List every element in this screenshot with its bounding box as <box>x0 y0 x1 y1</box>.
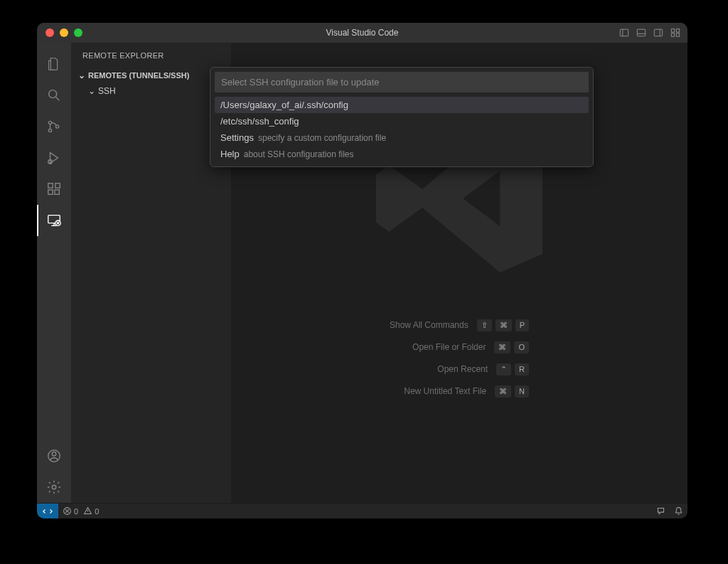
activity-bar <box>37 43 71 503</box>
svg-rect-9 <box>676 33 679 36</box>
tree-item-ssh[interactable]: ⌄ SSH <box>77 83 225 99</box>
window-title: Visual Studio Code <box>37 28 687 38</box>
svg-line-11 <box>56 97 60 101</box>
problems-status[interactable]: 0 0 <box>58 506 103 516</box>
close-window-button[interactable] <box>46 28 54 37</box>
quickpick-item-label: /etc/ssh/ssh_config <box>220 116 299 127</box>
layout-controls <box>619 28 680 38</box>
quickpick-item-label: Help <box>220 149 240 159</box>
feedback-icon <box>656 506 665 516</box>
svg-rect-18 <box>55 190 59 194</box>
warnings-count: 0 <box>95 507 99 516</box>
hint-row: Show All Commands ⇧ ⌘ P <box>390 319 529 331</box>
remote-explorer-activity[interactable] <box>37 205 71 236</box>
quickpick-list: /Users/galaxy_of_ai/.ssh/config /etc/ssh… <box>215 97 589 162</box>
settings-activity[interactable] <box>37 472 71 503</box>
explorer-activity[interactable] <box>37 48 71 80</box>
traffic-lights <box>37 28 82 37</box>
search-activity[interactable] <box>37 80 71 111</box>
app-body: REMOTE EXPLORER ⌄ REMOTES (TUNNELS/SSH) … <box>37 43 687 503</box>
quickpick-item[interactable]: /Users/galaxy_of_ai/.ssh/config <box>215 97 589 113</box>
hint-keys: ⌃ R <box>496 363 529 376</box>
quickpick-item-label: /Users/galaxy_of_ai/.ssh/config <box>220 100 348 110</box>
toggle-primary-sidebar-icon[interactable] <box>619 28 629 38</box>
toggle-panel-icon[interactable] <box>636 28 646 38</box>
svg-rect-17 <box>48 190 53 194</box>
minimize-window-button[interactable] <box>60 28 68 37</box>
bell-icon <box>674 506 683 516</box>
svg-point-28 <box>52 485 56 489</box>
chevron-down-icon: ⌄ <box>87 86 97 96</box>
hint-label: Open Recent <box>437 364 488 374</box>
remote-indicator[interactable] <box>37 504 58 518</box>
quickpick-item-label: Settings <box>220 132 254 143</box>
extensions-activity[interactable] <box>37 174 71 205</box>
hint-row: Open Recent ⌃ R <box>390 363 529 376</box>
remote-tree: ⌄ REMOTES (TUNNELS/SSH) ⌄ SSH <box>71 68 231 99</box>
hint-keys: ⌘ O <box>494 341 529 353</box>
toggle-secondary-sidebar-icon[interactable] <box>653 28 663 38</box>
svg-rect-8 <box>671 33 674 36</box>
sidebar: REMOTE EXPLORER ⌄ REMOTES (TUNNELS/SSH) … <box>71 43 231 503</box>
hint-row: Open File or Folder ⌘ O <box>390 341 529 353</box>
hint-label: New Untitled Text File <box>404 386 486 396</box>
hint-keys: ⌘ N <box>495 385 529 398</box>
hint-row: New Untitled Text File ⌘ N <box>390 385 529 398</box>
svg-point-10 <box>49 90 57 98</box>
svg-rect-4 <box>654 29 662 36</box>
app-window: Visual Studio Code <box>37 23 687 518</box>
svg-rect-6 <box>671 29 674 32</box>
source-control-activity[interactable] <box>37 111 71 142</box>
svg-point-14 <box>55 125 58 128</box>
feedback-status[interactable] <box>652 506 670 516</box>
remote-icon <box>43 506 53 516</box>
notifications-status[interactable] <box>670 506 687 516</box>
watermark-hints: Show All Commands ⇧ ⌘ P Open File or Fol… <box>390 319 529 398</box>
errors-count: 0 <box>74 507 78 516</box>
warning-icon <box>83 506 92 516</box>
svg-rect-7 <box>676 29 679 32</box>
run-debug-activity[interactable] <box>37 142 71 174</box>
quickpick-item-desc: about SSH configuration files <box>244 149 354 159</box>
quickpick-input[interactable] <box>215 72 589 92</box>
tree-section-remotes[interactable]: ⌄ REMOTES (TUNNELS/SSH) <box>77 68 225 83</box>
quickpick-item[interactable]: /etc/ssh/ssh_config <box>215 113 589 129</box>
titlebar: Visual Studio Code <box>37 23 687 43</box>
accounts-activity[interactable] <box>37 440 71 472</box>
svg-rect-0 <box>620 29 628 36</box>
fullscreen-window-button[interactable] <box>74 28 82 37</box>
quickpick-item-desc: specify a custom configuration file <box>258 133 386 143</box>
svg-point-27 <box>52 452 56 457</box>
quickpick-panel: /Users/galaxy_of_ai/.ssh/config /etc/ssh… <box>210 67 594 167</box>
hint-keys: ⇧ ⌘ P <box>477 319 529 331</box>
status-bar: 0 0 <box>37 503 687 518</box>
hint-label: Open File or Folder <box>412 342 486 352</box>
quickpick-item[interactable]: Help about SSH configuration files <box>215 146 589 162</box>
sidebar-title: REMOTE EXPLORER <box>71 43 231 68</box>
error-icon <box>63 506 72 516</box>
svg-rect-16 <box>48 183 53 188</box>
svg-rect-19 <box>55 183 60 188</box>
svg-rect-2 <box>637 29 645 36</box>
svg-point-12 <box>48 121 51 124</box>
quickpick-item[interactable]: Settings specify a custom configuration … <box>215 129 589 146</box>
hint-label: Show All Commands <box>390 320 469 330</box>
customize-layout-icon[interactable] <box>670 28 680 38</box>
chevron-down-icon: ⌄ <box>77 70 87 80</box>
svg-point-13 <box>48 129 51 132</box>
